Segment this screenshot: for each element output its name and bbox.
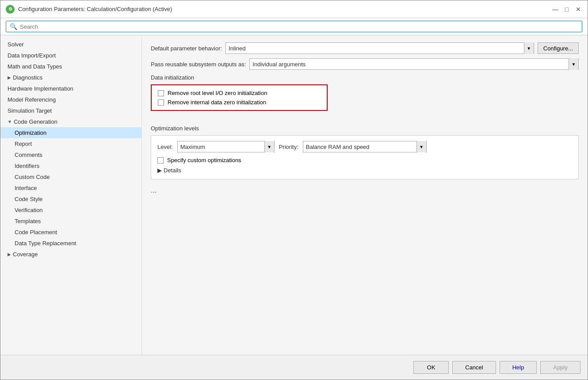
checkbox-row-1: Remove root level I/O zero initializatio…	[158, 90, 321, 96]
title-bar: ⚙ Configuration Parameters: Calculation/…	[0, 0, 588, 18]
sidebar-item-coverage[interactable]: ▶Coverage	[0, 249, 141, 260]
default-param-select[interactable]: Inlined ▼	[225, 42, 534, 54]
search-bar: 🔍	[0, 18, 588, 35]
sidebar-item-interface[interactable]: Interface	[0, 182, 141, 194]
sidebar-item-hardware-implementation[interactable]: Hardware Implementation	[0, 83, 141, 94]
search-input[interactable]	[20, 23, 578, 30]
remove-root-label: Remove root level I/O zero initializatio…	[168, 90, 267, 96]
specify-custom-row: Specify custom optimizations	[157, 157, 572, 163]
opt-levels-label: Optimization levels	[151, 125, 579, 132]
priority-value: Balance RAM and speed	[303, 144, 416, 150]
title-bar-left: ⚙ Configuration Parameters: Calculation/…	[6, 5, 172, 14]
arrow-right-icon: ▶	[8, 75, 11, 80]
default-param-label: Default parameter behavior:	[151, 45, 222, 52]
sidebar-item-verification[interactable]: Verification	[0, 205, 141, 216]
sidebar-item-report[interactable]: Report	[0, 138, 141, 149]
sidebar: SolverData Import/ExportMath and Data Ty…	[0, 35, 142, 355]
details-arrow-icon: ▶	[157, 167, 162, 174]
sidebar-item-custom-code[interactable]: Custom Code	[0, 171, 141, 182]
level-select[interactable]: Maximum ▼	[177, 141, 275, 152]
main-content: SolverData Import/ExportMath and Data Ty…	[0, 35, 588, 355]
sidebar-item-solver[interactable]: Solver	[0, 39, 141, 50]
sidebar-item-identifiers[interactable]: Identifiers	[0, 160, 141, 171]
level-priority-row: Level: Maximum ▼ Priority: Balance RAM a…	[157, 141, 572, 152]
main-window: ⚙ Configuration Parameters: Calculation/…	[0, 0, 588, 380]
sidebar-item-simulation-target[interactable]: Simulation Target	[0, 105, 141, 116]
configure-button[interactable]: Configure...	[538, 42, 579, 54]
pass-reusable-value: Individual arguments	[250, 61, 569, 68]
details-label: Details	[164, 167, 181, 174]
priority-dropdown-arrow[interactable]: ▼	[416, 141, 426, 152]
ellipsis-text: ...	[151, 186, 579, 194]
app-icon: ⚙	[6, 5, 15, 14]
bottom-bar: OK Cancel Help Apply	[0, 355, 588, 380]
cancel-button[interactable]: Cancel	[452, 361, 496, 374]
close-button[interactable]: ✕	[574, 5, 582, 13]
priority-label: Priority:	[279, 144, 298, 150]
checkbox-row-2: Remove internal data zero initialization	[158, 99, 321, 106]
specify-custom-checkbox[interactable]	[157, 157, 164, 163]
pass-reusable-dropdown-arrow[interactable]: ▼	[569, 58, 578, 70]
sidebar-item-code-placement[interactable]: Code Placement	[0, 227, 141, 238]
default-param-row: Default parameter behavior: Inlined ▼ Co…	[151, 42, 579, 54]
search-wrapper: 🔍	[6, 21, 582, 32]
optimization-box: Level: Maximum ▼ Priority: Balance RAM a…	[151, 135, 579, 179]
remove-internal-label: Remove internal data zero initialization	[168, 99, 266, 106]
data-init-section: Data initialization Remove root level I/…	[151, 74, 579, 118]
ok-button[interactable]: OK	[413, 361, 449, 374]
sidebar-item-data-import-export[interactable]: Data Import/Export	[0, 50, 141, 61]
help-button[interactable]: Help	[500, 361, 537, 374]
pass-reusable-row: Pass reusable subsystem outputs as: Indi…	[151, 58, 579, 70]
level-dropdown-arrow[interactable]: ▼	[264, 141, 274, 152]
maximize-button[interactable]: □	[563, 5, 571, 13]
sidebar-label-diagnostics: Diagnostics	[13, 74, 42, 81]
sidebar-item-code-style[interactable]: Code Style	[0, 194, 141, 205]
default-param-dropdown-arrow[interactable]: ▼	[524, 42, 534, 54]
search-icon: 🔍	[10, 23, 17, 30]
arrow-right-icon: ▶	[8, 252, 11, 257]
sidebar-item-math-and-data-types[interactable]: Math and Data Types	[0, 61, 141, 72]
data-init-label: Data initialization	[151, 74, 579, 81]
remove-internal-checkbox[interactable]	[158, 99, 164, 106]
sidebar-item-diagnostics[interactable]: ▶Diagnostics	[0, 72, 141, 83]
sidebar-item-data-type-replacement[interactable]: Data Type Replacement	[0, 238, 141, 249]
priority-select[interactable]: Balance RAM and speed ▼	[303, 141, 427, 152]
pass-reusable-select[interactable]: Individual arguments ▼	[249, 58, 579, 70]
default-param-value: Inlined	[226, 45, 524, 52]
minimize-button[interactable]: —	[551, 5, 559, 13]
level-value: Maximum	[178, 144, 264, 150]
window-controls: — □ ✕	[551, 5, 582, 13]
sidebar-item-comments[interactable]: Comments	[0, 149, 141, 160]
pass-reusable-label: Pass reusable subsystem outputs as:	[151, 61, 246, 68]
remove-root-checkbox[interactable]	[158, 90, 164, 96]
level-label: Level:	[157, 144, 173, 150]
window-title: Configuration Parameters: Calculation/Co…	[18, 6, 172, 12]
data-init-box: Remove root level I/O zero initializatio…	[151, 84, 328, 111]
sidebar-label-code-generation: Code Generation	[14, 118, 57, 125]
sidebar-item-templates[interactable]: Templates	[0, 216, 141, 227]
sidebar-item-optimization[interactable]: Optimization	[0, 127, 141, 138]
details-row[interactable]: ▶ Details	[157, 167, 572, 174]
arrow-down-icon: ▼	[8, 119, 12, 124]
sidebar-item-code-generation[interactable]: ▼Code Generation	[0, 116, 141, 127]
apply-button[interactable]: Apply	[540, 361, 580, 374]
sidebar-item-model-referencing[interactable]: Model Referencing	[0, 94, 141, 105]
content-panel: Default parameter behavior: Inlined ▼ Co…	[142, 35, 588, 355]
sidebar-label-coverage: Coverage	[13, 251, 38, 258]
specify-custom-label: Specify custom optimizations	[167, 157, 241, 163]
